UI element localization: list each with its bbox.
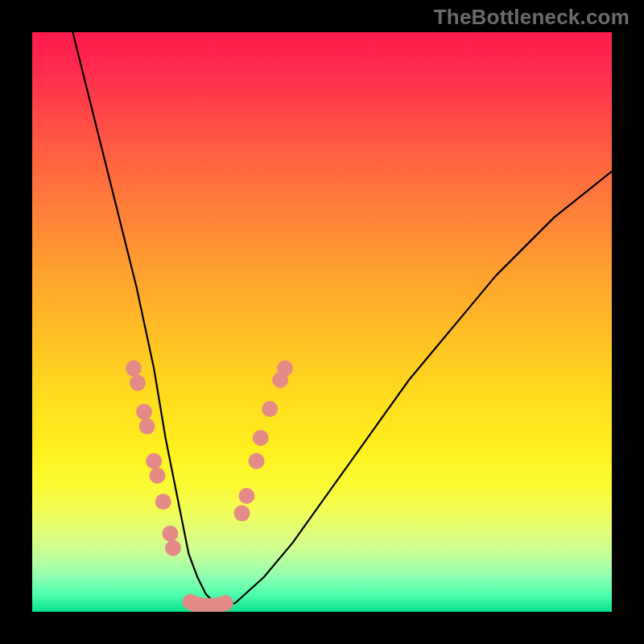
- data-point-bead: [162, 526, 178, 542]
- data-point-bead: [136, 404, 152, 420]
- chart-frame: TheBottleneck.com: [0, 0, 644, 644]
- data-point-bead: [253, 430, 269, 446]
- data-point-bead: [238, 488, 254, 504]
- plot-area: [32, 32, 612, 612]
- data-point-bead: [217, 595, 233, 611]
- data-point-bead: [155, 493, 171, 510]
- data-point-bead: [234, 506, 250, 522]
- data-point-bead: [139, 419, 155, 435]
- beads-left-group: [126, 361, 181, 556]
- data-point-bead: [146, 453, 162, 469]
- data-point-bead: [262, 401, 278, 417]
- data-point-bead: [249, 453, 265, 469]
- data-point-bead: [277, 361, 293, 377]
- data-point-bead: [130, 375, 146, 391]
- beads-right-group: [234, 361, 293, 522]
- v-curve-path: [72, 32, 612, 606]
- data-point-bead: [126, 361, 142, 377]
- watermark-text: TheBottleneck.com: [434, 5, 630, 30]
- data-point-bead: [165, 540, 181, 556]
- data-point-bead: [150, 468, 166, 484]
- chart-svg: [32, 32, 612, 612]
